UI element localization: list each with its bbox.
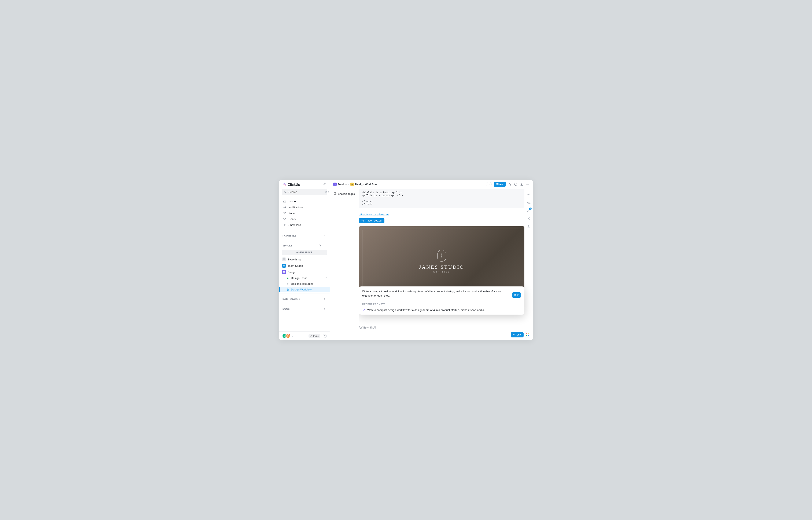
slash-command-text[interactable]: /Write with AI <box>359 326 524 329</box>
svg-point-1 <box>284 213 285 213</box>
logo-icon <box>282 183 286 187</box>
left-panel: Show 2 pages <box>330 189 359 340</box>
download-icon[interactable] <box>520 182 523 186</box>
design-space-icon <box>333 183 336 186</box>
app-name: ClickUp <box>288 183 300 187</box>
pulse-icon <box>283 211 286 215</box>
nav-label: Goals <box>289 217 296 220</box>
recent-prompt-item[interactable]: Write a compact design workflow for a de… <box>359 307 524 315</box>
home-icon <box>283 200 286 203</box>
pencil-icon <box>362 309 365 312</box>
nav-primary: Home Notifications Pulse Goals Show less <box>279 197 330 229</box>
team-icon <box>282 264 286 268</box>
breadcrumb-workflow[interactable]: Design Workflow <box>355 183 377 186</box>
tag-button[interactable] <box>486 182 492 186</box>
section-docs[interactable]: DOCS <box>279 304 330 312</box>
ai-prompt-input[interactable]: Write a compact design workflow for a de… <box>362 289 510 298</box>
divider <box>279 240 330 240</box>
svg-rect-4 <box>284 259 285 259</box>
document-body[interactable]: <h1>This is a heading</h1> <p>This is a … <box>359 189 533 340</box>
svg-point-14 <box>527 184 528 184</box>
edit-icon[interactable]: 1 <box>526 208 531 213</box>
hero-badge-icon <box>437 250 446 262</box>
section-spaces[interactable]: SPACES <box>279 241 330 249</box>
search-field[interactable] <box>289 190 324 193</box>
show-pages-label: Show 2 pages <box>338 192 355 196</box>
file-attachment[interactable]: My_Paper_doc.pdf <box>359 218 384 223</box>
invite-button[interactable]: Invite <box>308 334 320 338</box>
nav-label: Pulse <box>289 212 295 215</box>
subspace-design-workflow[interactable]: Design Workflow <box>279 287 330 292</box>
space-label: Design <box>288 270 296 274</box>
nav-label: Home <box>289 200 296 203</box>
count-badge: 2 <box>325 277 327 280</box>
invite-label: Invite <box>313 335 319 337</box>
section-label: DOCS <box>282 308 290 310</box>
ai-prompt-popup: Write a compact design workflow for a de… <box>359 286 524 315</box>
breadcrumb: Design / ✦ Design Workflow <box>333 183 377 186</box>
section-label: DASHBOARDS <box>282 298 300 300</box>
svg-rect-9 <box>283 271 285 273</box>
external-link[interactable]: https://www.mobbin.com <box>359 213 389 216</box>
subspace-label: Design Tasks <box>291 277 307 280</box>
hero-image: JANES STUDIO EST. 2023 <box>359 226 524 296</box>
hero-title: JANES STUDIO <box>419 264 464 270</box>
shuffle-icon[interactable] <box>526 216 531 220</box>
plus-icon: + <box>513 333 515 336</box>
avatar-stack[interactable]: J JS <box>282 334 290 338</box>
space-everything[interactable]: Everything <box>279 256 330 263</box>
chevron-right-icon <box>323 297 326 301</box>
svg-point-7 <box>283 265 284 266</box>
indent-icon[interactable] <box>526 192 531 197</box>
nav-pulse[interactable]: Pulse <box>281 210 328 216</box>
divider <box>279 313 330 313</box>
new-task-button[interactable]: + Task <box>511 332 523 337</box>
svg-rect-16 <box>334 192 335 194</box>
search-input[interactable]: ⌘K <box>282 189 327 195</box>
svg-point-10 <box>310 335 311 336</box>
ai-submit-button[interactable]: ⌘ ⏎ <box>512 292 521 298</box>
svg-point-0 <box>285 191 286 192</box>
upload-icon[interactable] <box>526 225 531 229</box>
typography-icon[interactable]: Aa <box>526 200 531 205</box>
comment-icon[interactable] <box>514 182 518 186</box>
show-pages-toggle[interactable]: Show 2 pages <box>334 192 355 196</box>
nav-label: Notifications <box>289 206 303 209</box>
person-add-icon <box>310 335 312 337</box>
app-logo[interactable]: ClickUp <box>282 183 300 187</box>
code-block[interactable]: <h1>This is a heading</h1> <p>This is a … <box>359 189 524 208</box>
space-label: Everything <box>288 258 300 261</box>
help-icon[interactable]: ? <box>323 334 327 338</box>
chevron-down-icon[interactable]: ▾ <box>292 335 293 337</box>
share-button[interactable]: Share <box>494 182 506 187</box>
svg-rect-5 <box>283 260 284 260</box>
search-icon[interactable] <box>318 244 322 247</box>
space-team[interactable]: Team Space <box>279 263 330 269</box>
new-space-button[interactable]: + NEW SPACE <box>282 250 327 255</box>
collapse-sidebar-icon[interactable] <box>323 183 326 187</box>
chevron-down-icon[interactable] <box>323 244 326 247</box>
section-favorites[interactable]: FAVORITES <box>279 231 330 239</box>
hero-content: JANES STUDIO EST. 2023 <box>359 226 524 296</box>
app-window: ClickUp ⌘K Home Notifications <box>279 180 533 340</box>
design-icon <box>282 270 286 274</box>
nav-showless[interactable]: Show less <box>281 222 328 228</box>
more-icon[interactable] <box>526 182 530 186</box>
section-dashboards[interactable]: DASHBOARDS <box>279 294 330 302</box>
apps-button[interactable] <box>525 332 530 337</box>
nav-notifications[interactable]: Notifications <box>281 204 328 210</box>
ai-input-row: Write a compact design workflow for a de… <box>359 286 524 301</box>
dot-icon <box>286 277 289 280</box>
space-design[interactable]: Design <box>279 269 330 275</box>
subspace-design-resources[interactable]: Design Resources <box>279 281 330 287</box>
space-label: Team Space <box>288 264 303 267</box>
nav-home[interactable]: Home <box>281 198 328 204</box>
breadcrumb-separator: / <box>348 183 349 186</box>
star-icon[interactable] <box>508 182 512 186</box>
search-icon <box>284 190 287 193</box>
subspace-design-tasks[interactable]: Design Tasks 2 <box>279 275 330 281</box>
nav-goals[interactable]: Goals <box>281 216 328 222</box>
breadcrumb-design[interactable]: Design <box>338 183 347 186</box>
avatar: JS <box>286 334 290 338</box>
workflow-icon: ✦ <box>350 183 354 186</box>
